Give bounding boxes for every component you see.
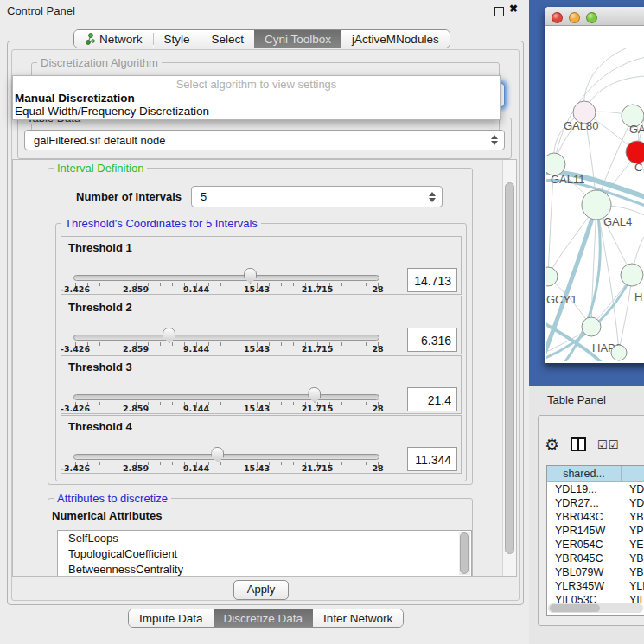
threshold-label: Threshold 4 (68, 420, 132, 433)
slider-track[interactable] (73, 454, 379, 460)
number-of-intervals-label: Number of Intervals (76, 190, 182, 203)
window-close-icon[interactable] (552, 12, 563, 23)
slider-tick (341, 283, 342, 286)
table-cell[interactable]: YDL19... (547, 482, 622, 496)
threshold-value-field[interactable]: 6.316 (407, 328, 457, 352)
slider-tick-label: -3.426 (61, 463, 90, 473)
table-row[interactable]: YER054CYER054C (547, 538, 644, 552)
checkbox-columns-icon[interactable]: ☑☑ (597, 438, 619, 451)
table-cell[interactable]: YER054C (622, 538, 644, 552)
table-row[interactable]: YLR345WYLR345W (547, 579, 644, 593)
settings-scrollbar[interactable] (502, 160, 516, 576)
network-window-titlebar[interactable] (545, 7, 644, 26)
table-data-value: galFiltered.sif default node (34, 134, 165, 147)
slider-tick (87, 342, 88, 346)
threshold-value-field[interactable]: 14.713 (407, 268, 457, 292)
slider-thumb[interactable] (163, 328, 175, 343)
table-cell[interactable]: YBR045C (622, 552, 644, 565)
split-view-icon[interactable] (571, 437, 586, 451)
threshold-value-field[interactable]: 11.344 (407, 447, 457, 471)
node-attribute-table: shared...name YDL19...YDL19...YDR27...YD… (546, 465, 644, 616)
slider-tick (112, 462, 112, 465)
table-cell[interactable]: YPR145W (622, 524, 644, 538)
window-minimize-icon[interactable] (569, 12, 580, 23)
table-row[interactable]: YPR145WYPR145W (547, 524, 644, 538)
table-row[interactable]: YBR045CYBR045C (547, 552, 644, 565)
table-cell[interactable]: YDL19... (622, 482, 644, 496)
attribute-item[interactable]: BetweennessCentrality (58, 562, 471, 577)
table-cell[interactable]: YLR345W (622, 579, 644, 593)
tab-select[interactable]: Select (201, 30, 255, 48)
table-cell[interactable]: YBL079W (547, 565, 622, 579)
table-hscrollbar[interactable] (548, 603, 643, 613)
network-node-h[interactable] (621, 264, 643, 286)
interval-definition-group: Interval Definition Number of Intervals … (48, 168, 473, 485)
slider-thumb[interactable] (308, 387, 321, 403)
table-cell[interactable]: YPR145W (547, 524, 622, 538)
slider-tick (354, 283, 354, 286)
tab-jactivemnodules[interactable]: jActiveMNodules (341, 30, 450, 48)
table-data-combobox[interactable]: galFiltered.sif default node (24, 130, 505, 150)
column-header-name[interactable]: name (622, 466, 644, 481)
network-node-label: GA (629, 123, 644, 136)
table-row[interactable]: YBL079WYBL079W (547, 565, 644, 579)
threshold-value-field[interactable]: 21.4 (407, 387, 457, 411)
network-node-gcy1[interactable] (546, 267, 558, 286)
numerical-attributes-label: Numerical Attributes (52, 509, 162, 522)
tab-label: Cyni Toolbox (265, 33, 331, 46)
table-cell[interactable]: YBL079W (622, 565, 644, 579)
apply-button[interactable]: Apply (233, 580, 289, 600)
algorithm-option[interactable]: Equal Width/Frequency Discretization (13, 105, 500, 118)
attribute-item[interactable]: SelfLoops (58, 531, 471, 546)
slider-tick (99, 462, 100, 465)
table-cell[interactable]: YER054C (547, 538, 622, 552)
numerical-attributes-list[interactable]: SelfLoopsTopologicalCoefficientBetweenne… (57, 530, 472, 577)
window-zoom-icon[interactable] (586, 12, 597, 23)
slider-tick-label: 9.144 (183, 463, 209, 473)
close-panel-icon[interactable]: ✖ (509, 3, 518, 15)
number-of-intervals-combobox[interactable]: 5 (191, 186, 443, 207)
slider-thumb[interactable] (211, 447, 224, 462)
table-row[interactable]: YDR27...YDR27... (547, 496, 644, 510)
tab-discretize-data[interactable]: Discretize Data (214, 609, 314, 627)
slider-tick-label: 9.144 (183, 344, 209, 354)
slider-track[interactable] (73, 275, 379, 281)
tab-network[interactable]: Network (74, 30, 153, 48)
slider-tick-label: 15.43 (244, 344, 270, 354)
table-row[interactable]: YBR043CYBR043C (547, 510, 644, 524)
slider-track[interactable] (73, 335, 379, 341)
network-node[interactable] (611, 345, 627, 360)
network-view[interactable]: GAL80GACGAL11GAL4GCY1HHAP2 (546, 26, 644, 361)
table-cell[interactable]: YBR043C (547, 510, 622, 524)
table-cell[interactable]: YBR043C (622, 510, 644, 524)
tab-infer-network[interactable]: Infer Network (313, 609, 403, 627)
network-node-hap2[interactable] (582, 317, 601, 336)
tab-style[interactable]: Style (154, 30, 201, 48)
table-row[interactable]: YDL19...YDL19... (547, 482, 644, 496)
table-cell[interactable]: YDR27... (547, 496, 622, 510)
slider-tick (366, 402, 367, 405)
slider-tick (99, 283, 100, 286)
slider-tick (329, 283, 330, 286)
tab-impute-data[interactable]: Impute Data (129, 609, 214, 627)
slider-tick (281, 462, 282, 465)
list-scrollbar[interactable] (459, 532, 470, 575)
slider-thumb[interactable] (244, 268, 257, 284)
algorithm-hint-option[interactable]: Select algorithm to view settings (13, 76, 500, 92)
table-cell[interactable]: YLR345W (547, 579, 622, 593)
gear-icon[interactable]: ⚙ (545, 437, 559, 453)
table-cell[interactable]: YDR27... (622, 496, 644, 510)
tab-cyni-toolbox[interactable]: Cyni Toolbox (254, 30, 341, 48)
settings-scrollbar-thumb[interactable] (505, 182, 514, 554)
algorithm-option[interactable]: Manual Discretization (13, 92, 500, 105)
column-header-shared-name[interactable]: shared... (547, 466, 622, 481)
slider-tick-label: 2.859 (123, 463, 149, 473)
float-panel-icon[interactable] (494, 7, 504, 16)
slider-tick (233, 402, 233, 405)
table-hscrollbar-thumb[interactable] (550, 604, 600, 612)
attribute-item[interactable]: TopologicalCoefficient (58, 546, 471, 562)
table-cell[interactable]: YBR045C (547, 552, 622, 565)
slider-tick (329, 342, 330, 346)
slider-tick-label: 21.715 (302, 404, 334, 413)
slider-track[interactable] (73, 394, 379, 400)
